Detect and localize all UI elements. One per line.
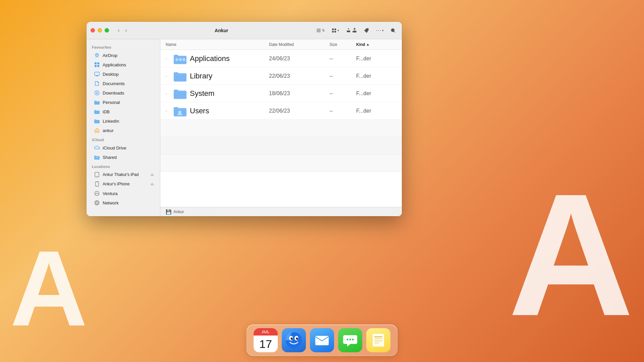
svg-rect-10 bbox=[95, 62, 97, 64]
sidebar-item-linkedin[interactable]: LinkedIn bbox=[89, 116, 158, 126]
messages-icon bbox=[338, 328, 362, 352]
sidebar: Favourites AirDrop bbox=[87, 39, 160, 216]
library-date: 22/06/23 bbox=[269, 73, 329, 79]
tag-button[interactable] bbox=[362, 26, 371, 35]
list-view-button[interactable]: ⇅ bbox=[314, 26, 327, 35]
dock-finder[interactable] bbox=[282, 328, 306, 352]
minimize-button[interactable] bbox=[98, 28, 102, 33]
file-name-cell-users: › Users bbox=[166, 106, 269, 116]
sidebar-item-desktop[interactable]: Desktop bbox=[89, 69, 158, 79]
file-row-applications[interactable]: › Applications 24/06/23 bbox=[160, 50, 402, 67]
sidebar-item-network[interactable]: Network bbox=[89, 198, 158, 207]
svg-rect-25 bbox=[183, 58, 185, 61]
share-button[interactable] bbox=[344, 26, 359, 35]
sidebar-item-ankur[interactable]: ankur bbox=[89, 126, 158, 135]
file-row-system[interactable]: › System 18/06/23 -- F...der bbox=[160, 85, 402, 102]
network-icon bbox=[94, 200, 100, 206]
file-row-users[interactable]: › Users 22/06/23 -- F.. bbox=[160, 102, 402, 120]
applications-kind: F...der bbox=[356, 56, 396, 62]
svg-rect-0 bbox=[317, 29, 321, 29]
sidebar-item-airdrop[interactable]: AirDrop bbox=[89, 51, 158, 60]
search-icon bbox=[390, 28, 396, 33]
svg-rect-39 bbox=[373, 334, 384, 347]
ventura-icon bbox=[94, 190, 100, 196]
col-header-kind[interactable]: Kind ▲ bbox=[356, 42, 396, 47]
svg-rect-13 bbox=[97, 65, 99, 67]
library-kind: F...der bbox=[356, 73, 396, 79]
mail-envelope-icon bbox=[314, 332, 330, 349]
col-header-date[interactable]: Date Modified bbox=[269, 42, 329, 47]
svg-point-31 bbox=[291, 338, 293, 340]
grid-view-button[interactable]: ▾ bbox=[329, 26, 341, 35]
system-date: 18/06/23 bbox=[269, 90, 329, 97]
notes-icon bbox=[366, 328, 390, 352]
dock: JUL 17 bbox=[247, 324, 397, 356]
maximize-button[interactable] bbox=[105, 28, 109, 33]
ipad-label: Ankur Thakur's iPad bbox=[103, 172, 148, 177]
svg-point-8 bbox=[391, 28, 394, 32]
forward-button[interactable]: › bbox=[123, 26, 129, 35]
icloud-label: iCloud bbox=[87, 135, 160, 143]
iphone-eject[interactable]: ⏏ bbox=[150, 182, 154, 186]
ipad-icon bbox=[94, 172, 100, 178]
applications-date: 24/06/23 bbox=[269, 56, 329, 62]
status-label: Ankur bbox=[173, 209, 184, 214]
sidebar-item-ventura[interactable]: Ventura bbox=[89, 189, 158, 198]
close-button[interactable] bbox=[91, 28, 95, 33]
svg-rect-3 bbox=[332, 28, 334, 30]
library-size: -- bbox=[329, 73, 356, 79]
finder-icon bbox=[282, 328, 306, 352]
applications-label: Applications bbox=[103, 62, 154, 67]
documents-icon bbox=[94, 80, 100, 86]
col-header-size[interactable]: Size bbox=[329, 42, 356, 47]
expand-arrow-users: › bbox=[166, 109, 170, 113]
desktop-icon bbox=[94, 71, 100, 77]
file-name-cell-library: › Library bbox=[166, 71, 269, 81]
personal-label: Personal bbox=[103, 100, 154, 105]
sidebar-item-shared[interactable]: Shared bbox=[89, 153, 158, 162]
dock-notes[interactable] bbox=[366, 328, 390, 352]
window-title: Ankur bbox=[129, 28, 314, 33]
shared-label: Shared bbox=[103, 155, 154, 160]
linkedin-folder-icon bbox=[94, 118, 100, 124]
col-header-name[interactable]: Name bbox=[166, 42, 269, 47]
favourites-label: Favourites bbox=[87, 43, 160, 51]
svg-point-37 bbox=[350, 339, 351, 341]
downloads-icon bbox=[94, 90, 100, 96]
sidebar-item-iphone[interactable]: Ankur's iPhone ⏏ bbox=[89, 179, 158, 189]
file-list: › Applications 24/06/23 bbox=[160, 50, 402, 207]
sidebar-item-ipad[interactable]: Ankur Thakur's iPad ⏏ bbox=[89, 170, 158, 179]
svg-rect-6 bbox=[334, 31, 336, 33]
svg-point-19 bbox=[97, 185, 97, 186]
dock-mail[interactable] bbox=[310, 328, 334, 352]
svg-point-38 bbox=[352, 339, 354, 341]
library-file-name: Library bbox=[190, 72, 212, 80]
expand-arrow-system: › bbox=[166, 92, 170, 96]
idb-folder-icon bbox=[94, 109, 100, 115]
more-button[interactable]: ··· ▾ bbox=[374, 26, 386, 35]
sidebar-item-downloads[interactable]: Downloads bbox=[89, 88, 158, 98]
back-button[interactable]: ‹ bbox=[116, 26, 122, 35]
svg-point-7 bbox=[367, 29, 368, 30]
sidebar-item-personal[interactable]: Personal bbox=[89, 98, 158, 107]
linkedin-label: LinkedIn bbox=[103, 119, 154, 124]
status-bar: 💾 Ankur bbox=[160, 207, 402, 216]
svg-point-20 bbox=[95, 191, 99, 196]
search-button[interactable] bbox=[388, 26, 398, 35]
users-kind: F...der bbox=[356, 108, 396, 114]
sidebar-item-idb[interactable]: iDB bbox=[89, 107, 158, 116]
dock-calendar[interactable]: JUL 17 bbox=[254, 328, 278, 352]
iphone-icon bbox=[94, 181, 100, 187]
system-folder-icon bbox=[173, 88, 186, 99]
sidebar-item-documents[interactable]: Documents bbox=[89, 79, 158, 88]
file-row-library[interactable]: › Library 22/06/23 -- F...der bbox=[160, 67, 402, 85]
iphone-label: Ankur's iPhone bbox=[103, 182, 148, 186]
svg-rect-12 bbox=[95, 65, 97, 67]
sidebar-item-icloud-drive[interactable]: iCloud Drive bbox=[89, 143, 158, 153]
ankur-label: ankur bbox=[103, 128, 154, 133]
sidebar-item-applications[interactable]: Applications bbox=[89, 60, 158, 69]
bg-letter-right: A bbox=[508, 168, 634, 342]
ipad-eject[interactable]: ⏏ bbox=[150, 172, 154, 177]
users-file-name: Users bbox=[190, 107, 209, 115]
dock-messages[interactable] bbox=[338, 328, 362, 352]
